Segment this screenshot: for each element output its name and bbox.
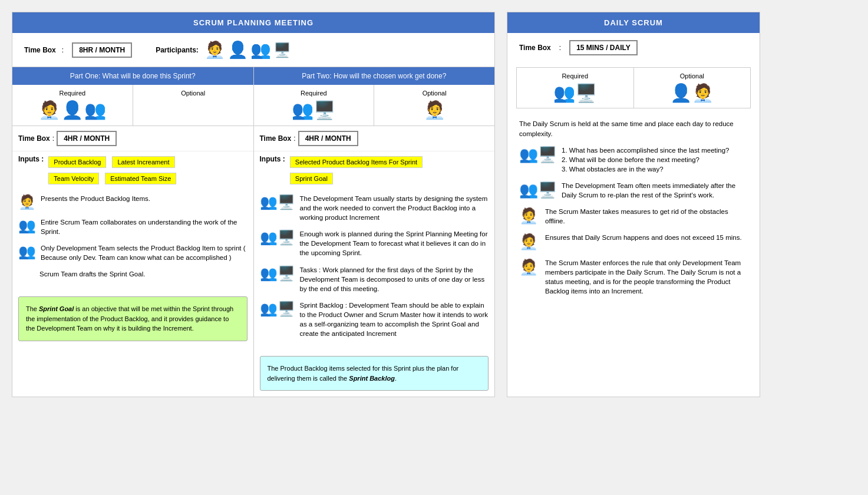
right-opt-icon2: 🧑‍💼 [692,82,714,103]
part1-text-3: Only Development Team selects the Produc… [41,243,247,262]
right-content: The Daily Scrum is held at the same time… [507,113,760,309]
part2-timebox-badge: 4HR / MONTH [298,131,358,146]
part2-timebox-label: Time Box [260,134,292,143]
question-3: 3. What obstacles are in the way? [562,166,664,173]
sprint-backlog-bold: Sprint Backlog [349,375,395,382]
participants-label: Participants: [156,46,199,54]
part2-inputs-label: Inputs : [260,155,285,163]
part1-optional-cell: Optional [133,85,253,126]
bullet-text-4: The Scrum Master enforces the rule that … [545,258,748,296]
part2-content-row-2: 👥🖥️ Enough work is planned during the Sp… [260,229,489,258]
scrum-master-icon: 👤 [227,40,248,60]
part1-required-icons: 🧑‍💼 👤 👥 [17,100,128,120]
left-timebox-row: Time Box : 8HR / MONTH Participants: 🧑‍💼… [12,33,494,67]
part1-timebox-row: Time Box : 4HR / MONTH [12,126,253,151]
part-two: Part Two: How will the chosen work get d… [254,67,495,397]
bullet-row-3: 🧑‍💼 Ensures that Daily Scrum happens and… [519,233,748,251]
right-req-icon: 👥🖥️ [553,82,597,103]
part1-text-2: Entire Scrum Team collaborates on unders… [41,217,247,236]
part2-dev-content-icon: 👥🖥️ [260,194,295,210]
part1-content: 🧑‍💼 Presents the Product Backlog Items. … [12,189,253,291]
part1-required-label: Required [17,90,128,97]
badge-team-velocity: Team Velocity [48,173,99,184]
part2-text-2: Enough work is planned during the Sprint… [300,229,489,258]
part2-content-row-1: 👥🖥️ The Development Team usually starts … [260,194,489,222]
right-required-label: Required [522,72,629,80]
product-owner-icon: 🧑‍💼 [204,40,225,60]
sm-icon: 👤 [61,100,83,120]
part1-text-1: Presents the Product Backlog Items. [41,194,247,203]
right-opt-icon: 👤 [670,82,692,103]
part2-content: 👥🖥️ The Development Team usually starts … [254,189,495,350]
participants-icons: 🧑‍💼 👤 👥 🖥️ [204,40,291,60]
part1-text-4: Scrum Team drafts the Sprint Goal. [39,269,247,279]
team-content-icon: 👥 [18,217,36,234]
right-optional-label: Optional [639,72,746,80]
part1-optional-label: Optional [138,90,249,97]
part2-inputs-section: Inputs : Selected Product Backlog Items … [254,151,495,189]
part2-optional-cell: Optional 🧑‍💼 [374,85,494,126]
bullet-text-3: Ensures that Daily Scrum happens and doe… [545,233,748,242]
question-2: 2. What will be done before the next mee… [562,156,699,163]
part1-timebox-label: Time Box [18,134,50,143]
part2-required-label: Required [259,90,369,97]
daily-scrum-description: The Daily Scrum is held at the same time… [519,119,748,140]
part2-required-cell: Required 👥 🖥️ [254,85,375,126]
bullet-text-1: The Development Team often meets immedia… [562,181,748,200]
dev-icon: 👥 [84,100,106,120]
part2-content-icon-2: 👥🖥️ [260,229,295,246]
badge-selected-pbi: Selected Product Backlog Items For Sprin… [290,156,423,168]
part2-content-icon-4: 👥🖥️ [260,301,295,317]
question-1: 1. What has been accomplished since the … [562,147,729,154]
bullet-row-4: 🧑‍💼 The Scrum Master enforces the rule t… [519,258,748,296]
sprint-goal-italic: Sprint Goal [39,305,74,312]
dev-team-computer-icon: 🖥️ [273,42,291,58]
right-timebox-label: Time Box [519,44,551,52]
questions-icon: 👥🖥️ [519,146,557,164]
questions-text: 1. What has been accomplished since the … [562,146,748,174]
part2-content-icon-3: 👥🖥️ [260,265,295,282]
part1-content-row-4: Scrum Team drafts the Sprint Goal. [18,269,247,279]
part1-content-row-2: 👥 Entire Scrum Team collaborates on unde… [18,217,247,236]
part2-req-opt-row: Required 👥 🖥️ Optional 🧑‍💼 [254,85,495,126]
part2-timebox-row: Time Box : 4HR / MONTH [254,126,495,151]
part2-dev-icon: 🖥️ [313,100,335,120]
part1-req-opt-row: Required 🧑‍💼 👤 👥 Optional [12,85,253,126]
bullet-icon-4: 🧑‍💼 [519,258,540,276]
badge-estimated-team-size: Estimated Team Size [105,173,176,184]
part1-content-row-1: 🧑‍💼 Presents the Product Backlog Items. [18,194,247,210]
part1-timebox-badge: 4HR / MONTH [57,131,117,146]
badge-sprint-goal: Sprint Goal [290,173,333,184]
part2-text-1: The Development Team usually starts by d… [300,194,489,222]
left-panel-title: SCRUM PLANNING MEETING [12,12,494,33]
two-parts-container: Part One: What will be done this Sprint?… [12,67,494,397]
questions-row: 👥🖥️ 1. What has been accomplished since … [519,146,748,174]
right-optional-cell: Optional 👤 🧑‍💼 [634,68,751,108]
part2-content-row-3: 👥🖥️ Tasks : Work planned for the first d… [260,265,489,293]
left-panel: SCRUM PLANNING MEETING Time Box : 8HR / … [12,12,495,397]
part2-text-3: Tasks : Work planned for the first days … [300,265,489,293]
bullet-row-1: 👥🖥️ The Development Team often meets imm… [519,181,748,200]
bullet-icon-3: 🧑‍💼 [519,233,540,251]
sprint-goal-box: The Sprint Goal is an objective that wil… [18,296,247,341]
right-req-opt: Required 👥🖥️ Optional 👤 🧑‍💼 [516,67,751,108]
part-one-header: Part One: What will be done this Sprint? [12,67,253,85]
part1-required-cell: Required 🧑‍💼 👤 👥 [12,85,133,126]
right-panel-title: DAILY SCRUM [507,12,760,33]
bullet-row-2: 🧑‍💼 The Scrum Master takes measures to g… [519,207,748,226]
part2-content-row-4: 👥🖥️ Sprint Backlog : Development Team sh… [260,301,489,338]
timebox-label: Time Box [24,46,56,54]
part1-inputs-label: Inputs : [18,155,44,163]
right-required-cell: Required 👥🖥️ [517,68,634,108]
right-timebox-badge: 15 MINS / DAILY [569,40,638,55]
part2-optional-label: Optional [379,90,490,97]
right-timebox-row: Time Box : 15 MINS / DAILY [507,33,760,62]
bullet-icon-1: 👥🖥️ [519,181,557,199]
dev-team-icon: 👥 [250,40,271,60]
right-panel: DAILY SCRUM Time Box : 15 MINS / DAILY R… [507,12,760,397]
part1-inputs-section: Inputs : Product Backlog Latest Increame… [12,151,253,189]
part2-optional-icon: 🧑‍💼 [424,100,445,120]
sprint-backlog-note: The Product Backlog items selected for t… [260,356,489,391]
timebox-badge: 8HR / MONTH [72,42,132,58]
badge-product-backlog: Product Backlog [48,156,106,168]
